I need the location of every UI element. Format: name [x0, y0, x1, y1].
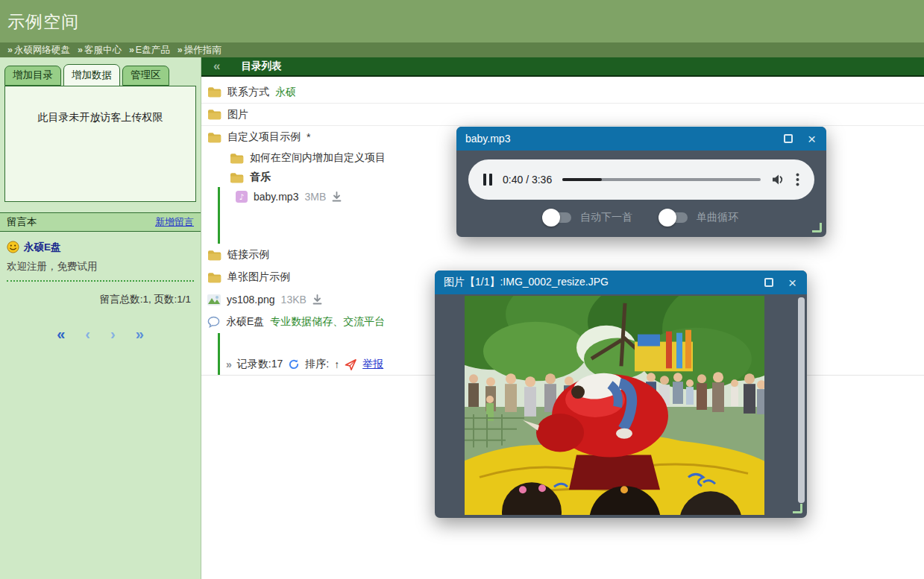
- item-label[interactable]: 永硕E盘: [226, 315, 264, 329]
- close-icon[interactable]: ×: [808, 132, 816, 146]
- resize-handle[interactable]: [812, 223, 822, 232]
- refresh-icon[interactable]: [288, 358, 300, 370]
- download-icon[interactable]: [332, 192, 342, 202]
- item-label[interactable]: ys108.png: [227, 294, 275, 306]
- comment-author: 永硕E盘: [24, 241, 61, 254]
- svg-text:♪: ♪: [239, 192, 245, 201]
- volume-icon[interactable]: [771, 173, 785, 186]
- comment-icon: [207, 316, 220, 328]
- guestbook-pagination: «‹›»: [7, 326, 194, 341]
- directory-title: 目录列表: [241, 60, 281, 73]
- breadcrumb-link[interactable]: »永硕网络硬盘: [7, 44, 70, 57]
- report-plane-icon[interactable]: [345, 358, 357, 371]
- tab-管理区[interactable]: 管理区: [122, 66, 169, 86]
- pagination-arrow[interactable]: «: [57, 326, 65, 341]
- toggle-label: 单曲循环: [697, 211, 738, 224]
- item-size: 13KB: [281, 294, 307, 306]
- footer-marker: »: [226, 358, 232, 370]
- upload-notice: 此目录未开放访客上传权限: [38, 111, 163, 123]
- time-display: 0:40 / 3:36: [503, 174, 552, 186]
- item-label[interactable]: 联系方式: [227, 86, 269, 99]
- guestbook-header: 留言本 新增留言: [0, 212, 201, 232]
- toggle-switch[interactable]: [544, 212, 571, 223]
- scrollbar[interactable]: [798, 297, 805, 503]
- guestbook-title: 留言本: [7, 215, 37, 229]
- record-count: 记录数:17: [237, 358, 283, 371]
- report-link[interactable]: 举报: [362, 358, 383, 371]
- breadcrumb-separator: »: [177, 45, 183, 55]
- folder-icon: [207, 109, 221, 120]
- item-note[interactable]: 永硕: [275, 86, 296, 99]
- new-comment-link[interactable]: 新增留言: [155, 215, 194, 229]
- breadcrumb: »永硕网络硬盘»客服中心»E盘产品»操作指南: [0, 42, 924, 57]
- audio-controls: 0:40 / 3:36: [468, 159, 814, 200]
- resize-handle[interactable]: [793, 504, 802, 513]
- maximize-icon[interactable]: [764, 278, 773, 287]
- breadcrumb-link[interactable]: »E盘产品: [129, 44, 170, 57]
- download-icon[interactable]: [312, 294, 322, 305]
- sidebar: 增加目录增加数据管理区 此目录未开放访客上传权限 留言本 新增留言 永硕E盘 欢…: [0, 57, 201, 579]
- close-icon[interactable]: ×: [788, 276, 796, 290]
- item-label[interactable]: 音乐: [250, 171, 271, 184]
- sidebar-tabs: 增加目录增加数据管理区: [4, 64, 201, 86]
- breadcrumb-link[interactable]: »客服中心: [78, 44, 122, 57]
- item-note[interactable]: 专业数据储存、交流平台: [270, 315, 385, 329]
- breadcrumb-separator: »: [129, 45, 134, 55]
- breadcrumb-separator: »: [78, 45, 83, 55]
- comment-text: 欢迎注册，免费试用: [7, 254, 194, 282]
- item-label[interactable]: 图片: [227, 108, 248, 121]
- audio-player-window: baby.mp3 × 0:40 / 3:36 自动下一首单曲循环: [456, 127, 826, 237]
- item-label[interactable]: 链接示例: [227, 248, 269, 262]
- item-label[interactable]: 单张图片示例: [227, 270, 290, 284]
- maximize-icon[interactable]: [784, 134, 793, 143]
- folder-icon: [207, 132, 221, 143]
- item-size: 3MB: [304, 191, 326, 203]
- image-viewer-window: 图片【1/1】:IMG_0002_resize.JPG ×: [435, 270, 807, 518]
- seek-bar[interactable]: [562, 178, 761, 181]
- item-label[interactable]: 自定义项目示例: [227, 130, 301, 144]
- smiley-icon: [7, 241, 19, 253]
- sort-label: 排序:: [305, 358, 329, 371]
- guestbook-entry: 永硕E盘 欢迎注册，免费试用 留言总数:1, 页数:1/1 «‹›»: [0, 232, 201, 341]
- toggle-label: 自动下一首: [580, 211, 632, 224]
- directory-header-bar: « 目录列表: [201, 57, 924, 77]
- folder-icon: [230, 172, 244, 183]
- item-label[interactable]: baby.mp3: [254, 191, 298, 203]
- overflow-menu-icon[interactable]: [796, 173, 799, 186]
- pause-button[interactable]: [483, 174, 492, 186]
- list-item[interactable]: 链接示例: [201, 244, 924, 266]
- pagination-arrow[interactable]: ‹: [85, 326, 90, 341]
- folder-icon: [230, 153, 244, 164]
- item-label[interactable]: 如何在空间内增加自定义项目: [250, 151, 386, 165]
- item-suffix: *: [307, 131, 310, 143]
- upload-panel: 此目录未开放访客上传权限: [4, 86, 196, 202]
- page-title: 示例空间: [7, 10, 924, 34]
- toggle-switch[interactable]: [661, 212, 688, 223]
- folder-icon: [207, 272, 221, 283]
- toggle-单曲循环: 单曲循环: [661, 211, 738, 224]
- list-item[interactable]: 图片: [201, 104, 924, 126]
- sort-direction[interactable]: ↑: [334, 358, 339, 370]
- toggle-自动下一首: 自动下一首: [544, 211, 632, 224]
- pagination-arrow[interactable]: »: [136, 326, 144, 341]
- photo-img: [465, 296, 764, 515]
- player-toggles: 自动下一首单曲循环: [456, 211, 826, 224]
- player-titlebar[interactable]: baby.mp3 ×: [456, 127, 826, 151]
- player-window-title: baby.mp3: [465, 133, 784, 145]
- guestbook-stats: 留言总数:1, 页数:1/1: [7, 282, 194, 306]
- tab-增加数据[interactable]: 增加数据: [63, 64, 120, 86]
- page-header: 示例空间: [0, 0, 924, 42]
- tab-增加目录[interactable]: 增加目录: [4, 66, 61, 86]
- list-item[interactable]: 联系方式永硕: [201, 81, 924, 104]
- audio-icon: ♪: [236, 191, 248, 203]
- folder-icon: [207, 86, 221, 98]
- viewer-titlebar[interactable]: 图片【1/1】:IMG_0002_resize.JPG ×: [435, 270, 807, 294]
- breadcrumb-separator: »: [7, 45, 13, 55]
- folder-icon: [207, 250, 221, 261]
- image-icon: [207, 294, 221, 306]
- viewer-window-title: 图片【1/1】:IMG_0002_resize.JPG: [444, 276, 764, 289]
- pagination-arrow[interactable]: ›: [110, 326, 116, 341]
- breadcrumb-link[interactable]: »操作指南: [177, 44, 221, 57]
- collapse-icon[interactable]: «: [213, 59, 220, 74]
